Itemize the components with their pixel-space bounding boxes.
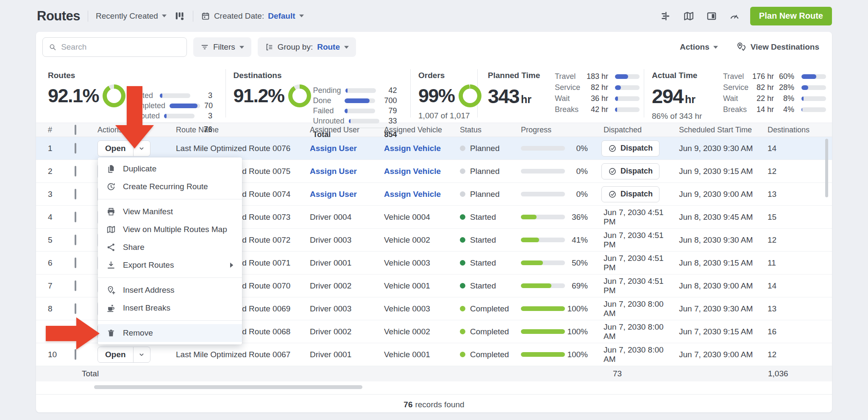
records-count: 76 [403, 400, 412, 409]
chevron-down-icon [162, 14, 167, 17]
menu-item-remove[interactable]: Remove [98, 324, 242, 342]
legend-value: 22 hr [748, 94, 774, 103]
stat-legend-row: Wait22 hr8% [723, 93, 826, 104]
legend-label: Wait [555, 94, 581, 103]
column-header-progress[interactable]: Progress [511, 126, 589, 134]
search-input[interactable] [61, 42, 181, 52]
table-columns-settings-icon[interactable] [174, 11, 185, 22]
destinations-count-cell: 16 [759, 327, 832, 336]
progress-bar [521, 192, 565, 196]
assigned-user-cell: Driver 0002 [299, 281, 373, 291]
destinations-count-cell: 12 [759, 235, 832, 245]
created-date-filter[interactable]: Created Date: Default [201, 11, 304, 21]
assign-vehicle-link[interactable]: Assign Vehicle [373, 167, 449, 176]
route-name-cell: Last Mile Optimized Route 0076 [164, 144, 299, 153]
table-row[interactable]: 10OpenLast Mile Optimized Route 0067Driv… [36, 343, 832, 366]
menu-item-duplicate[interactable]: Duplicate [98, 160, 242, 178]
progress-cell: 0% [511, 167, 589, 176]
stat-legend-row: Service82 hr28% [723, 82, 826, 93]
created-date-value: Default [268, 11, 295, 21]
open-route-button[interactable]: Open [97, 140, 150, 157]
column-header-assigned-vehicle[interactable]: Assigned Vehicle [373, 126, 449, 134]
dispatch-button[interactable]: Dispatch [601, 186, 659, 202]
view-destinations-label: View Destinations [751, 42, 819, 52]
open-route-dropdown-toggle[interactable] [133, 347, 150, 362]
dashboard-gauge-icon[interactable] [729, 11, 740, 22]
table-row[interactable]: 1OpenLast Mile Optimized Route 0076Assig… [36, 137, 832, 160]
stat-legend-row: Service82 hr [555, 82, 640, 93]
actual-time-legend: Travel176 hr60%Service82 hr28%Wait22 hr8… [723, 71, 826, 121]
assign-vehicle-link[interactable]: Assign Vehicle [373, 190, 449, 199]
row-checkbox[interactable] [75, 166, 76, 176]
sort-dropdown[interactable]: Recently Created [96, 11, 167, 21]
dispatch-button[interactable]: Dispatch [601, 140, 659, 157]
stat-mini-bar [160, 93, 190, 98]
row-checkbox[interactable] [75, 326, 76, 337]
column-header-num[interactable]: # [36, 126, 63, 134]
legend-value: 36 hr [581, 94, 608, 103]
row-checkbox[interactable] [75, 189, 76, 199]
open-route-dropdown-toggle[interactable] [133, 141, 150, 156]
row-checkbox[interactable] [75, 280, 76, 291]
legend-label: Travel [723, 72, 748, 81]
legend-percent: 4% [774, 105, 794, 114]
stat-mini-bar [345, 88, 376, 93]
column-header-assigned-user[interactable]: Assigned User [299, 126, 373, 134]
map-pins-icon [736, 42, 747, 53]
menu-item-view-on-multiple-routes-map[interactable]: View on Multiple Routes Map [98, 221, 242, 238]
search-box[interactable] [42, 37, 187, 57]
plan-new-route-button[interactable]: Plan New Route [750, 7, 832, 25]
status-cell: Completed [449, 350, 511, 359]
dispatch-button[interactable]: Dispatch [601, 163, 659, 179]
actions-dropdown[interactable]: Actions [680, 42, 718, 52]
open-route-label[interactable]: Open [98, 141, 133, 156]
select-all-checkbox[interactable] [75, 125, 76, 135]
top-bar: Routes Recently Created Created Date: De… [0, 0, 868, 32]
stat-legend-row: Breaks14 hr4% [723, 104, 826, 115]
column-header-scheduled-start-time[interactable]: Scheduled Start Time [670, 126, 759, 134]
horizontal-scrollbar [36, 385, 832, 389]
assign-user-link[interactable]: Assign User [299, 190, 373, 199]
row-checkbox[interactable] [75, 212, 76, 222]
row-checkbox[interactable] [75, 258, 76, 268]
legend-value: 176 hr [748, 72, 774, 81]
assign-vehicle-link[interactable]: Assign Vehicle [373, 144, 449, 153]
vertical-scrollbar-thumb[interactable] [825, 139, 828, 197]
horizontal-scrollbar-thumb[interactable] [94, 385, 362, 389]
map-view-icon[interactable] [683, 11, 694, 22]
side-panel-icon[interactable] [706, 11, 717, 22]
recurring-icon [106, 182, 116, 191]
destinations-count-cell: 15 [759, 213, 832, 222]
column-header-actions[interactable]: Actions [88, 126, 164, 134]
chevron-down-icon [138, 145, 145, 152]
legend-value: 3 [195, 91, 212, 100]
row-checkbox[interactable] [75, 349, 76, 360]
assign-user-link[interactable]: Assign User [299, 167, 373, 176]
routes-timeline-icon[interactable] [660, 11, 671, 22]
open-route-label[interactable]: Open [98, 347, 133, 362]
column-header-dispatched[interactable]: Dispatched [589, 126, 670, 134]
menu-item-create-recurring-route[interactable]: Create Recurring Route [98, 178, 242, 196]
legend-value: 82 hr [581, 83, 608, 92]
map-icon [106, 225, 116, 234]
group-by-button[interactable]: Group by: Route [258, 37, 356, 57]
row-checkbox[interactable] [75, 235, 76, 245]
menu-item-insert-address[interactable]: Insert Address [98, 281, 242, 299]
assign-user-link[interactable]: Assign User [299, 144, 373, 153]
filters-button[interactable]: Filters [193, 37, 251, 57]
column-header-destinations[interactable]: Destinations [759, 126, 832, 134]
menu-item-insert-breaks[interactable]: Insert Breaks [98, 299, 242, 317]
assigned-user-cell: Driver 0003 [299, 304, 373, 314]
coffee-icon [106, 303, 116, 313]
column-header-route-name[interactable]: Route Name [164, 126, 299, 134]
pin-plus-icon [106, 286, 116, 295]
column-header-status[interactable]: Status [449, 126, 511, 134]
menu-item-export-routes[interactable]: Export Routes [98, 256, 242, 274]
open-route-button[interactable]: Open [97, 347, 150, 363]
row-checkbox[interactable] [75, 143, 76, 154]
menu-item-share[interactable]: Share [98, 238, 242, 256]
menu-item-view-manifest[interactable]: View Manifest [98, 203, 242, 221]
row-number: 10 [36, 350, 63, 359]
view-destinations-button[interactable]: View Destinations [736, 42, 819, 53]
row-checkbox[interactable] [75, 303, 76, 314]
